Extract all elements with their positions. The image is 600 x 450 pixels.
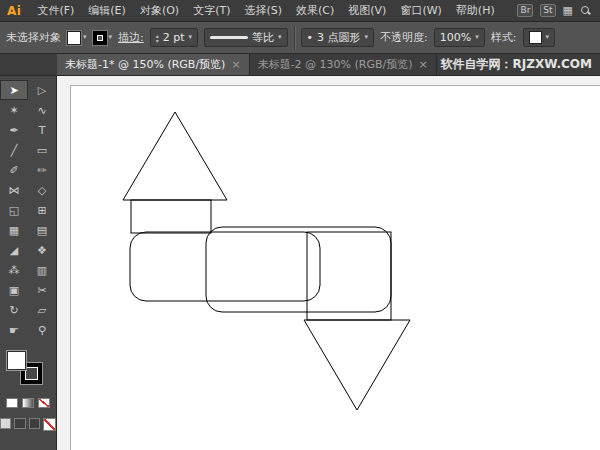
- tool-glyph-icon: ▱: [38, 304, 46, 317]
- up-arrow-stem-rect[interactable]: [131, 200, 211, 233]
- draw-behind-button[interactable]: [14, 418, 25, 429]
- tool-glyph-icon: ☛: [9, 324, 19, 337]
- menu-edit[interactable]: 编辑(E): [81, 0, 133, 22]
- style-preview-swatch: [529, 31, 542, 44]
- stroke-width-field[interactable]: ▴ ▾ 2 pt ▾: [150, 28, 198, 47]
- menu-help[interactable]: 帮助(H): [449, 0, 502, 22]
- slice-tool[interactable]: ✂: [28, 280, 56, 300]
- shape-builder-tool[interactable]: ◱: [0, 200, 28, 220]
- menu-effect[interactable]: 效果(C): [289, 0, 341, 22]
- workspace-switcher-icon[interactable]: ▦: [563, 0, 573, 22]
- tool-glyph-icon: T: [39, 124, 46, 137]
- selection-tool[interactable]: ➤: [0, 80, 28, 100]
- artboard-artwork: [57, 76, 600, 450]
- zoom-tool[interactable]: ⚲: [28, 320, 56, 340]
- line-segment-tool[interactable]: ╱: [0, 140, 28, 160]
- chevron-down-icon[interactable]: ▾: [475, 34, 479, 41]
- menu-file[interactable]: 文件(F): [30, 0, 81, 22]
- tool-glyph-icon: ✐: [9, 164, 18, 177]
- stroke-color-swatch[interactable]: ▾: [93, 31, 113, 45]
- rounded-rect-left[interactable]: [130, 232, 320, 301]
- stroke-panel-link[interactable]: 描边:: [118, 30, 144, 45]
- free-transform-tool[interactable]: ◇: [28, 180, 56, 200]
- artboard-tool[interactable]: ▣: [0, 280, 28, 300]
- pen-tool[interactable]: ✒: [0, 120, 28, 140]
- paint-style-row: [0, 398, 56, 408]
- symbol-sprayer-tool[interactable]: ⁂: [0, 260, 28, 280]
- column-graph-tool[interactable]: ▥: [28, 260, 56, 280]
- style-label: 样式:: [491, 30, 517, 45]
- stroke-profile-dropdown[interactable]: 等比 ▾: [204, 28, 288, 47]
- up-arrow-triangle[interactable]: [123, 112, 227, 200]
- chevron-down-icon: ▾: [365, 34, 369, 41]
- draw-inside-button[interactable]: [29, 418, 40, 429]
- rounded-rect-right[interactable]: [206, 227, 391, 312]
- blend-tool[interactable]: ❖: [28, 240, 56, 260]
- tool-glyph-icon: ✒: [9, 124, 18, 137]
- opacity-field[interactable]: 100% ▾: [434, 28, 485, 47]
- menu-view[interactable]: 视图(V): [341, 0, 393, 22]
- tab-untitled-2[interactable]: 未标题-2 @ 130% (RGB/预览) ×: [250, 54, 437, 75]
- none-button[interactable]: [38, 398, 50, 408]
- fill-color-swatch[interactable]: ▾: [67, 31, 87, 45]
- chevron-down-icon: ▾: [109, 34, 113, 41]
- document-tabs: 未标题-1* @ 150% (RGB/预览) × 未标题-2 @ 130% (R…: [57, 54, 437, 75]
- eyedropper-tool[interactable]: ◢: [0, 240, 28, 260]
- tool-glyph-icon: ✏: [37, 164, 46, 177]
- rectangle-tool[interactable]: ▭: [28, 140, 56, 160]
- tool-glyph-icon: ▦: [9, 224, 19, 237]
- tool-glyph-icon: ➤: [9, 84, 18, 97]
- stroke-profile-label: 等比: [252, 30, 274, 45]
- search-icon[interactable]: [580, 5, 591, 16]
- menu-type[interactable]: 文字(T): [186, 0, 237, 22]
- gradient-button[interactable]: [22, 398, 34, 408]
- pencil-tool[interactable]: ✏: [28, 160, 56, 180]
- menu-object[interactable]: 对象(O): [133, 0, 186, 22]
- tool-glyph-icon: ▣: [9, 284, 19, 297]
- draw-normal-button[interactable]: [0, 418, 11, 429]
- down-arrow-triangle[interactable]: [304, 320, 410, 410]
- menu-window[interactable]: 窗口(W): [393, 0, 448, 22]
- menu-items: 文件(F) 编辑(E) 对象(O) 文字(T) 选择(S) 效果(C) 视图(V…: [30, 0, 501, 22]
- stepper-icon[interactable]: ▴ ▾: [156, 33, 159, 43]
- close-icon[interactable]: ×: [231, 58, 240, 71]
- stroke-none-swatch[interactable]: [43, 418, 56, 431]
- lasso-tool[interactable]: ∿: [28, 100, 56, 120]
- scale-tool[interactable]: ▱: [28, 300, 56, 320]
- close-icon[interactable]: ×: [419, 58, 428, 71]
- tool-glyph-icon: ✂: [37, 284, 46, 297]
- color-button[interactable]: [6, 398, 18, 408]
- tool-glyph-icon: ⊞: [37, 204, 46, 217]
- stock-icon[interactable]: St: [540, 4, 555, 17]
- opacity-label[interactable]: 不透明度:: [380, 30, 428, 45]
- tool-glyph-icon: ◇: [38, 184, 46, 197]
- paintbrush-tool[interactable]: ✐: [0, 160, 28, 180]
- app-logo[interactable]: Ai: [0, 4, 30, 18]
- chevron-down-icon[interactable]: ▾: [189, 34, 193, 41]
- hand-tool[interactable]: ☛: [0, 320, 28, 340]
- menubar-right-icons: Br St ▦: [517, 0, 600, 22]
- type-tool[interactable]: T: [28, 120, 56, 140]
- stepper-down-icon[interactable]: ▾: [156, 38, 159, 43]
- brush-definition-dropdown[interactable]: • 3 点圆形 ▾: [301, 28, 375, 47]
- gradient-tool[interactable]: ▤: [28, 220, 56, 240]
- bridge-icon[interactable]: Br: [517, 4, 533, 17]
- mesh-tool[interactable]: ▦: [0, 220, 28, 240]
- tab-untitled-1[interactable]: 未标题-1* @ 150% (RGB/预览) ×: [57, 54, 250, 75]
- rotate-tool[interactable]: ↻: [0, 300, 28, 320]
- fill-swatch[interactable]: [6, 350, 27, 371]
- opacity-value: 100%: [440, 31, 471, 44]
- tab-label: 未标题-2 @ 130% (RGB/预览): [258, 57, 413, 72]
- magic-wand-tool[interactable]: ✶: [0, 100, 28, 120]
- direct-selection-tool[interactable]: ▷: [28, 80, 56, 100]
- perspective-grid-tool[interactable]: ⊞: [28, 200, 56, 220]
- width-tool[interactable]: ⋈: [0, 180, 28, 200]
- tool-glyph-icon: ⋈: [9, 184, 20, 197]
- tab-label: 未标题-1* @ 150% (RGB/预览): [65, 57, 225, 72]
- menu-bar: Ai 文件(F) 编辑(E) 对象(O) 文字(T) 选择(S) 效果(C) 视…: [0, 0, 600, 22]
- menu-select[interactable]: 选择(S): [237, 0, 289, 22]
- tool-glyph-icon: ✶: [9, 104, 18, 117]
- style-dropdown[interactable]: ▾: [523, 28, 556, 47]
- canvas-area[interactable]: [57, 76, 600, 450]
- fill-color-preview: [67, 31, 81, 45]
